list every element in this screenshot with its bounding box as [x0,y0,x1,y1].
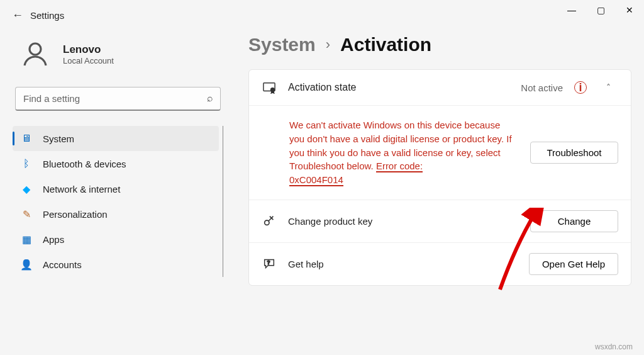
sidebar-item-system[interactable]: 🖥System [13,126,219,151]
open-help-button[interactable]: Open Get Help [529,253,618,275]
change-button[interactable]: Change [530,210,618,232]
nav-icon: 👤 [20,258,33,271]
account-type: Local Account [63,56,114,65]
user-name: Lenovo [63,43,114,56]
sidebar-item-network-internet[interactable]: ◆Network & internet [13,176,219,201]
svg-text:?: ? [267,260,270,266]
breadcrumb: System › Activation [248,34,631,55]
chevron-right-icon: › [326,37,330,53]
search-input[interactable] [15,87,221,111]
certificate-icon [262,81,277,94]
nav-icon: ◆ [20,183,33,195]
nav-label: Accounts [43,259,82,270]
activation-state-label: Activation state [288,82,509,93]
sidebar-item-bluetooth-devices[interactable]: ᛒBluetooth & devices [13,151,219,176]
nav-label: System [43,133,74,144]
watermark: wsxdn.com [595,342,633,351]
breadcrumb-leaf: Activation [340,34,431,55]
troubleshoot-button[interactable]: Troubleshoot [530,142,618,164]
nav-label: Personalization [43,209,108,220]
chevron-up-icon[interactable]: ˄ [598,82,618,93]
svg-point-3 [265,220,269,225]
svg-point-2 [271,88,275,92]
user-block: Lenovo Local Account [13,30,223,87]
nav-icon: ᛒ [20,157,33,170]
activation-error-text: We can't activate Windows on this device… [289,118,515,187]
activation-status: Not active [521,82,563,93]
breadcrumb-root[interactable]: System [248,34,316,55]
close-button[interactable]: ✕ [615,0,644,20]
nav-label: Network & internet [43,184,120,194]
maximize-button[interactable]: ▢ [586,0,615,20]
sidebar-item-accounts[interactable]: 👤Accounts [13,252,219,277]
nav-label: Apps [43,234,64,245]
svg-point-0 [30,43,41,55]
nav-icon: 🖥 [20,132,33,145]
key-icon [262,214,277,228]
nav-icon: ▦ [20,233,33,245]
activation-state-row[interactable]: Activation state Not active i ˄ [249,70,631,105]
back-button[interactable]: ← [5,9,30,22]
avatar-icon [18,37,53,72]
nav-label: Bluetooth & devices [43,159,126,169]
help-icon: ? [262,257,277,271]
nav-icon: ✎ [20,208,33,220]
search-icon: ⌕ [207,93,213,104]
sidebar-item-personalization[interactable]: ✎Personalization [13,201,219,227]
alert-icon: i [574,81,587,94]
change-key-label: Change product key [288,216,519,227]
minimize-button[interactable]: — [557,0,586,20]
get-help-label: Get help [288,259,518,269]
window-title: Settings [30,10,64,21]
sidebar-item-apps[interactable]: ▦Apps [13,227,219,252]
